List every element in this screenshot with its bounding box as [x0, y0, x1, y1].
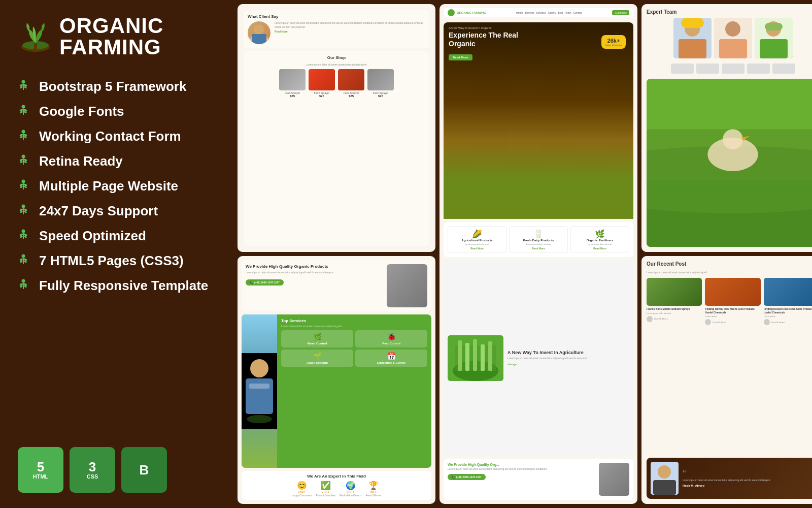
wheat-icon [18, 105, 32, 119]
logo-area: ORGANIC FARMING [18, 15, 216, 58]
testimonial-person-img [651, 462, 679, 495]
provide-phone-btn[interactable]: 📞 (+61) 1080-1247-1247 [448, 474, 486, 480]
invest-title: A New Way To Invest In Agriculture [507, 350, 587, 355]
wheat-icon [18, 154, 32, 169]
wheat-icon [18, 229, 32, 243]
svg-point-64 [247, 415, 272, 423]
shop-desc: Lorem ipsum dolor sit amet consectetur a… [248, 63, 425, 66]
hero-read-more[interactable]: Read More [449, 54, 472, 60]
wheat-icon [18, 254, 32, 268]
card-blog-inner: Our Recent Post Lorem ipsum dolor sit am… [641, 256, 812, 504]
quote-text: Lorem ipsum dolor sit amet consectetur a… [683, 479, 770, 483]
svg-point-39 [22, 229, 25, 233]
service-weed: 🌿 Weed Control [281, 330, 353, 347]
svg-rect-63 [249, 384, 269, 389]
shop-title: Our Shop [248, 55, 425, 60]
card-expert-inner: Expert Team [641, 4, 812, 252]
provide-img [599, 463, 629, 496]
logo-farming: FARMING [59, 37, 163, 58]
shop-item-3: Farm Sprayer $25 [338, 69, 364, 98]
service-edu: 📅 Education & Events [355, 350, 427, 367]
phone-btn[interactable]: 📞 (+61) 1080-1247-1247 [246, 279, 284, 285]
shop-item-2: Farm Sprayer $25 [309, 69, 335, 98]
card-hero: ORGANIC FARMING Home Benefits Services G… [439, 4, 637, 504]
feature-item-support: 24x7 Days Support [18, 199, 216, 224]
provide-text: We Provide High-Quality Organic Products… [246, 264, 383, 285]
feature-label: Multiple Page Website [39, 178, 178, 194]
service-grass: 🌱 Grass Seeding [281, 350, 353, 367]
blog-item-3: Finding Reveal How Neom Cells Produce Us… [764, 278, 812, 454]
blog-author-2: Rock M. Alvaro [705, 319, 760, 325]
feature-item-contact-form: Working Contact Form [18, 124, 216, 149]
card-shop-inner: What Client Say Lorem ipsum dolor sit am… [238, 4, 435, 252]
bootstrap-badge: B [121, 447, 167, 493]
stat-customers: 😊 26k+ Happy Customers [292, 481, 312, 497]
logo-text: ORGANIC FARMING [59, 15, 163, 58]
feature-label: 7 HTML5 Pages (CSS3) [39, 253, 184, 269]
svg-point-92 [658, 465, 671, 479]
provide-bottom: We Provide High-Quality Org... Lorem ips… [444, 459, 633, 500]
invest-img [448, 335, 503, 381]
brand-4 [747, 64, 770, 74]
hero-tag: A New Way to Invest In Organic [449, 26, 628, 29]
blog-author-1: Rock M. Alvaro [647, 316, 702, 322]
feature-item-retina: Retina Ready [18, 149, 216, 174]
shop-section: Our Shop Lorem ipsum dolor sit amet cons… [244, 51, 429, 246]
feature-dairy: 🥛 Fresh Dairy Products Lorem ipsum dolor… [509, 226, 568, 253]
feature-label: Working Contact Form [39, 129, 181, 144]
feature-list: Bootstrap 5 Framework Google Fonts [18, 74, 216, 298]
blog-text-1: Lorem ipsum dolor sit amet [647, 312, 702, 314]
feature-label: Retina Ready [39, 153, 123, 169]
preview-content: What Client Say Lorem ipsum dolor sit am… [233, 0, 812, 508]
svg-rect-68 [458, 340, 462, 371]
hero-badge: 26k+ Happy Customers [601, 35, 626, 49]
invest-readmore[interactable]: storage [507, 363, 587, 366]
quote-icon: " [683, 469, 770, 479]
shop-img-2 [309, 69, 335, 90]
blog-item-1: France Bans Metam-Sodium Sprays Lorem ip… [647, 278, 702, 454]
hero-cta-btn[interactable]: Customise [612, 10, 629, 15]
features-row: 🌽 Agricultural Products Lorem ipsum dolo… [444, 222, 633, 257]
svg-point-21 [22, 154, 25, 158]
feature-label: Bootstrap 5 Framework [39, 79, 186, 94]
wheat-icon [18, 179, 32, 194]
feature-agri: 🌽 Agricultural Products Lorem ipsum dolo… [448, 226, 506, 253]
feature-item-html5: 7 HTML5 Pages (CSS3) [18, 248, 216, 273]
wheat-icon [18, 130, 32, 144]
svg-rect-76 [681, 18, 704, 28]
services-grid: 🌿 Weed Control 🐞 Pest Control 🌱 Grass Se… [281, 330, 427, 367]
feature-item-google-fonts: Google Fonts [18, 99, 216, 124]
card-blog: Our Recent Post Lorem ipsum dolor sit am… [641, 256, 812, 504]
testimonial-row: Lorem ipsum dolor sit amet consectetur a… [248, 21, 425, 44]
card-services-inner: We Provide High-Quality Organic Products… [238, 256, 435, 504]
expert-title-text: Expert Team [647, 9, 812, 15]
svg-rect-83 [765, 23, 783, 30]
logo-icon [18, 19, 53, 54]
hero-section: A New Way to Invest In Organic Experienc… [444, 22, 633, 219]
feature-label: Fully Responsive Template [39, 278, 208, 294]
top-services-title: Top Services [281, 319, 427, 323]
feature-label: 24x7 Days Support [39, 203, 158, 219]
shop-grid: Farm Sprayer $25 Farm Sprayer $25 Farm S… [248, 69, 425, 98]
expert-team-imgs [647, 18, 812, 58]
blog-grid: France Bans Metam-Sodium Sprays Lorem ip… [647, 278, 812, 454]
blog-title-2: Finding Reveal How Neom Cells Produce Us… [705, 307, 760, 314]
testimonial-title: What Client Say [248, 14, 425, 19]
card-services: We Provide High-Quality Organic Products… [238, 256, 435, 504]
feature-item-responsive: Fully Responsive Template [18, 273, 216, 298]
wheat-icon [18, 80, 32, 94]
feature-item-bootstrap: Bootstrap 5 Framework [18, 74, 216, 99]
svg-point-61 [250, 359, 268, 377]
svg-rect-93 [653, 480, 676, 495]
provide-title: We Provide High-Quality Org... [448, 463, 595, 466]
badge-number: 26k+ [605, 38, 622, 44]
expert-3 [755, 18, 793, 58]
brand-1 [671, 64, 694, 74]
svg-point-57 [254, 24, 264, 35]
top-services-desc: Lorem ipsum dolor sit amet consectetur a… [281, 325, 427, 328]
services-content: Top Services Lorem ipsum dolor sit amet … [277, 314, 431, 468]
stat-projects: ✅ 700+ Project Complete [316, 481, 335, 497]
invest-text: A New Way To Invest In Agriculture Lorem… [507, 350, 587, 366]
svg-rect-2 [34, 43, 37, 51]
blog-author-3: Rock M. Alvaro [764, 319, 812, 325]
